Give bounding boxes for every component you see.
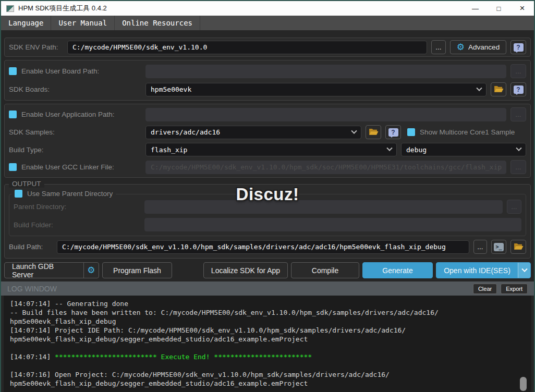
gdb-settings-part[interactable]: ⚙ (83, 263, 99, 278)
menu-user-manual[interactable]: User Manual (51, 16, 115, 30)
same-parent-legend: Use Same Parent Directory (11, 190, 116, 198)
log-header-buttons: Clear Export (473, 284, 528, 294)
enable-linker-checkbox[interactable] (9, 163, 17, 171)
build-path-input[interactable]: C:/mycode/HPM5E00/sdk_env_v1.10.0/hpm_sd… (57, 240, 469, 254)
build-path-row: Build Path: C:/mycode/HPM5E00/sdk_env_v1… (9, 240, 526, 254)
log-line (10, 361, 531, 370)
advanced-button[interactable]: ⚙ Advanced (450, 40, 506, 54)
linker-label: Enable User GCC Linker File: (21, 163, 114, 171)
linker-browse-button: ... (510, 160, 526, 174)
samples-section: Enable User Application Path: ... SDK Sa… (4, 104, 531, 178)
folder-icon (494, 85, 504, 93)
watermark-text: Discuz! (236, 185, 299, 204)
program-flash-button[interactable]: Program Flash (102, 262, 172, 278)
enable-user-app-row: Enable User Application Path: ... (9, 107, 526, 121)
chevron-down-icon (521, 266, 527, 272)
build-type-select[interactable]: flash_xip (145, 143, 397, 156)
build-type-row: Build Type: flash_xip debug (9, 143, 526, 156)
user-board-browse-button: ... (510, 64, 526, 78)
help-icon: ? (514, 43, 524, 52)
sdk-samples-select[interactable]: drivers/adc/adc16 (145, 126, 361, 139)
localize-sdk-button[interactable]: Localize SDK for App (203, 262, 288, 278)
sdk-boards-folder-button[interactable] (491, 82, 506, 96)
sdk-boards-help-button[interactable]: ? (510, 82, 526, 96)
app-window: HPM SDK项目生成工具 0.4.2 — □ × Language User … (1, 1, 534, 392)
log-line: -- Build files have been written to: C:/… (10, 308, 531, 317)
folder-icon (369, 128, 379, 136)
chevron-down-icon (386, 145, 392, 151)
gear-icon: ⚙ (87, 266, 95, 275)
close-button[interactable]: × (510, 1, 534, 16)
sdk-samples-folder-button[interactable] (366, 125, 381, 139)
linker-file-input: C:/mycode/HPM5E00/sdk_env_v1.10.0/hpm_sd… (145, 161, 506, 174)
open-build-folder-button[interactable] (510, 240, 526, 254)
advanced-label: Advanced (468, 43, 500, 51)
app-icon (6, 5, 14, 12)
build-path-browse-button[interactable]: ... (473, 240, 487, 254)
log-line: [14:07:14] -- Generating done (10, 299, 531, 308)
log-window-title: LOG WINDOW (7, 285, 57, 293)
parent-directory-browse-button: ... (507, 200, 521, 214)
sdk-boards-row: SDK Boards: hpm5e00evk ? (9, 82, 526, 96)
same-parent-checkbox[interactable] (15, 190, 22, 198)
help-icon: ? (388, 128, 398, 137)
button-bar-spacer (175, 262, 200, 278)
compile-button[interactable]: Compile (291, 262, 359, 278)
sdk-samples-help-button[interactable]: ? (385, 125, 401, 139)
sdk-env-row: SDK ENV Path: C:/mycode/HPM5E00/sdk_env_… (9, 40, 526, 54)
enable-user-board-row: Enable User Board Path: ... (9, 64, 526, 78)
enable-user-board-checkbox[interactable] (9, 67, 17, 75)
log-line: [14:07:14] ************************* Exe… (10, 352, 531, 361)
log-line: hpm5e00evk_flash_xip_debug/segger_embedd… (10, 335, 531, 344)
sdk-env-browse-button[interactable]: ... (431, 40, 446, 54)
sdk-env-path-input[interactable]: C:/mycode/HPM5E00/sdk_env_v1.10.0 (67, 41, 427, 54)
maximize-button[interactable]: □ (487, 1, 510, 16)
open-with-ide-button[interactable]: Open with IDE(SES) (436, 262, 531, 278)
title-bar: HPM SDK项目生成工具 0.4.2 — □ × (1, 1, 534, 16)
window-controls: — □ × (464, 1, 534, 16)
build-path-label: Build Path: (9, 243, 53, 251)
open-ide-dropdown[interactable] (518, 263, 530, 278)
enable-user-app-checkbox[interactable] (9, 111, 17, 118)
sdk-boards-select[interactable]: hpm5e00evk (145, 83, 487, 96)
menu-online-resources[interactable]: Online Resources (115, 16, 200, 30)
menu-bar: Language User Manual Online Resources (1, 16, 534, 30)
sdk-boards-label: SDK Boards: (9, 85, 141, 93)
log-scrollbar-thumb[interactable] (520, 377, 527, 391)
log-line: [14:07:16] Open Project: C:/mycode/HPM5E… (10, 370, 531, 379)
same-parent-label: Use Same Parent Directory (27, 190, 113, 198)
user-board-path-input (145, 65, 506, 78)
sdk-boards-value: hpm5e00evk (151, 85, 191, 93)
show-multicore-checkbox[interactable] (407, 128, 415, 136)
generate-button[interactable]: Generate (362, 262, 433, 278)
sdk-samples-row: SDK Samples: drivers/adc/adc16 ? Show Mu… (9, 125, 526, 139)
open-ide-label: Open with IDE(SES) (436, 263, 518, 278)
export-log-button[interactable]: Export (501, 284, 528, 294)
enable-user-board-label: Enable User Board Path: (21, 67, 99, 75)
launch-gdb-server-button[interactable]: Launch GDB Server ⚙ (4, 262, 99, 278)
log-line: hpm5e00evk_flash_xip_debug/segger_embedd… (10, 379, 531, 388)
sdk-env-path-label: SDK ENV Path: (9, 43, 63, 51)
build-folder-row: Build Folder: (14, 218, 521, 231)
log-lines: [14:07:14] -- Generating done-- Build fi… (10, 299, 531, 388)
clear-log-button[interactable]: Clear (473, 284, 497, 294)
log-line: hpm5e00evk_flash_xip_debug (10, 317, 531, 326)
sdk-env-help-button[interactable]: ? (510, 40, 526, 54)
chevron-down-icon (476, 85, 482, 91)
open-terminal-button[interactable]: >_ (491, 240, 506, 254)
menu-language[interactable]: Language (1, 16, 51, 30)
action-button-bar: Launch GDB Server ⚙ Program Flash Locali… (4, 262, 531, 278)
parent-directory-input (144, 200, 503, 214)
show-multicore-label: Show Multicore Core1 Sample (420, 128, 515, 136)
parent-directory-label: Parent Directory: (14, 203, 140, 211)
launch-gdb-label: Launch GDB Server (5, 263, 83, 278)
log-panel: LOG WINDOW Clear Export [14:07:14] -- Ge… (1, 281, 534, 392)
log-output: [14:07:14] -- Generating done-- Build fi… (4, 296, 531, 392)
folder-icon (514, 243, 524, 251)
sdk-env-section: SDK ENV Path: C:/mycode/HPM5E00/sdk_env_… (4, 38, 531, 57)
window-title: HPM SDK项目生成工具 0.4.2 (18, 4, 107, 13)
boards-section: Enable User Board Path: ... SDK Boards: … (4, 60, 531, 101)
minimize-button[interactable]: — (464, 1, 487, 16)
build-config-select[interactable]: debug (401, 143, 526, 156)
gear-icon: ⚙ (457, 43, 465, 52)
